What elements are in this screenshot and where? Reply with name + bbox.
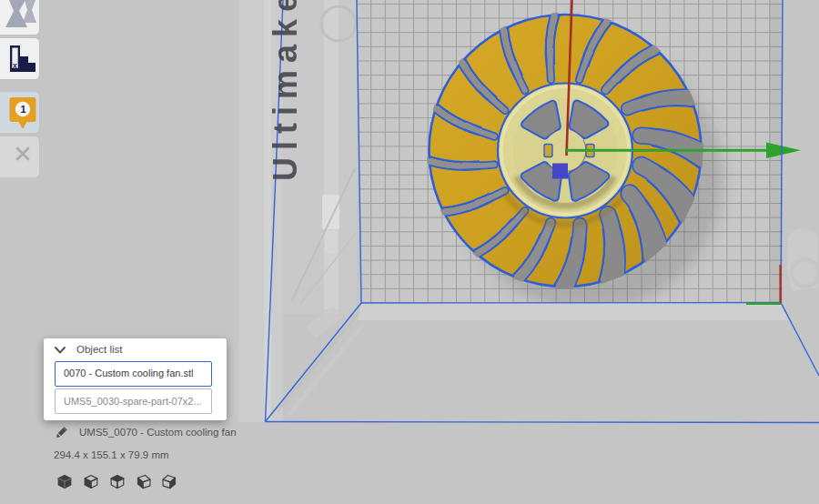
svg-text:x: x xyxy=(13,61,17,70)
svg-text:Ultimaker: Ultimaker xyxy=(267,0,304,181)
svg-text:1: 1 xyxy=(21,104,26,115)
